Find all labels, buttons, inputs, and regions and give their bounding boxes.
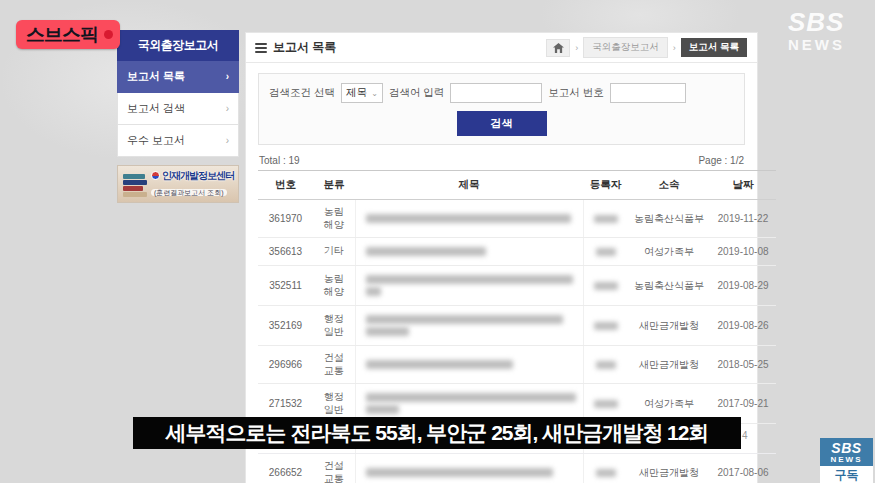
redacted-title-text [366, 214, 571, 223]
cell-date: 2019-08-29 [710, 266, 776, 306]
chevron-right-icon: › [226, 135, 229, 146]
cell-category: 건설교통 [313, 454, 355, 483]
redacted-registrant-text [594, 400, 618, 408]
subscribe-sbs-text: SBS [820, 441, 873, 455]
table-row[interactable]: 266652건설교통새만금개발청2017-08-06 [258, 454, 776, 483]
sidebar: 국외출장보고서 보고서 목록 › 보고서 검색 › 우수 보고서 › 인재개발정… [117, 30, 239, 203]
cell-org: 여성가족부 [628, 238, 710, 266]
keyword-input[interactable] [450, 83, 542, 103]
sidebar-title: 국외출장보고서 [117, 30, 239, 61]
total-count: Total : 19 [259, 155, 300, 166]
cell-org: 새만금개발청 [628, 454, 710, 483]
cell-registrant [583, 454, 628, 483]
sidebar-item-best-reports[interactable]: 우수 보고서 › [117, 125, 239, 157]
search-condition-label: 검색조건 선택 [269, 86, 335, 100]
chevron-down-icon: ⌄ [371, 89, 378, 98]
sbs-news-text: NEWS [788, 37, 845, 52]
redacted-title-text [366, 275, 573, 284]
sbs-logo-text: SBS [788, 9, 845, 35]
cell-category: 행정일반 [313, 306, 355, 346]
redacted-title-text [366, 315, 563, 324]
table-row[interactable]: 296966건설교통새만금개발청2018-05-25 [258, 346, 776, 384]
banner-title: 인재개발정보센터 [162, 170, 234, 181]
table-header-row: 번호 분류 제목 등록자 소속 날짜 [258, 171, 776, 200]
col-header-category: 분류 [313, 171, 355, 200]
cell-report-no: 352169 [258, 306, 313, 346]
keyword-label: 검색어 입력 [389, 86, 444, 100]
chevron-right-icon: › [226, 103, 229, 114]
cell-registrant [583, 346, 628, 384]
panel-header: 보고서 목록 › 국외출장보고서 › 보고서 목록 [246, 33, 757, 63]
cell-title [355, 306, 583, 346]
chevron-right-icon: › [673, 43, 676, 53]
cell-registrant [583, 200, 628, 238]
table-row[interactable]: 356613기타여성가족부2019-10-08 [258, 238, 776, 266]
subscribe-news-text: NEWS [820, 456, 873, 464]
report-no-input[interactable] [610, 83, 686, 103]
cell-date: 2018-05-25 [710, 346, 776, 384]
taegeuk-logo-icon [151, 171, 160, 180]
redacted-registrant-text [596, 248, 616, 256]
table-row[interactable]: 352169행정일반새만금개발청2019-08-26 [258, 306, 776, 346]
breadcrumb: › 국외출장보고서 › 보고서 목록 [546, 37, 747, 58]
chevron-right-icon: › [226, 71, 229, 82]
cell-date: 2019-11-22 [710, 200, 776, 238]
subscribe-label: 구독 [820, 466, 873, 483]
cell-category: 농림해양 [313, 266, 355, 306]
breadcrumb-item-current[interactable]: 보고서 목록 [681, 38, 747, 57]
cell-date: 2017-08-06 [710, 454, 776, 483]
sidebar-item-label: 보고서 목록 [127, 69, 185, 84]
cell-org: 새만금개발청 [628, 306, 710, 346]
col-header-registrant: 등록자 [583, 171, 628, 200]
cell-org: 새만금개발청 [628, 346, 710, 384]
redacted-title-text [366, 287, 381, 296]
sidebar-item-report-list[interactable]: 보고서 목록 › [117, 61, 239, 93]
cell-category: 농림해양 [313, 200, 355, 238]
hamburger-icon [255, 41, 267, 55]
redacted-registrant-text [596, 361, 616, 369]
caption-text: 세부적으로는 전라북도 55회, 부안군 25회, 새만금개발청 12회 [166, 419, 709, 447]
cell-date: 2019-08-26 [710, 306, 776, 346]
col-header-org: 소속 [628, 171, 710, 200]
search-condition-select[interactable]: 제목 ⌄ [341, 83, 383, 103]
sbs-news-logo: SBS NEWS [788, 9, 845, 52]
redacted-registrant-text [594, 215, 618, 223]
cell-category: 기타 [313, 238, 355, 266]
list-meta: Total : 19 Page : 1/2 [259, 155, 744, 166]
report-no-label: 보고서 번호 [548, 86, 603, 100]
banner-subtitle: (훈련결과보고서 조회) [151, 189, 227, 197]
cell-report-no: 361970 [258, 200, 313, 238]
cell-title [355, 266, 583, 306]
cell-registrant [583, 238, 628, 266]
caption-bar: 세부적으로는 전라북도 55회, 부안군 25회, 새만금개발청 12회 [133, 417, 741, 449]
redacted-title-text [366, 360, 513, 369]
cell-report-no: 266652 [258, 454, 313, 483]
search-form: 검색조건 선택 제목 ⌄ 검색어 입력 보고서 번호 검색 [258, 73, 745, 145]
search-button[interactable]: 검색 [457, 111, 547, 136]
cell-report-no: 352511 [258, 266, 313, 306]
col-header-title: 제목 [355, 171, 583, 200]
home-icon[interactable] [546, 39, 570, 57]
redacted-registrant-text [594, 282, 618, 290]
sbs-subscribe-badge[interactable]: SBS NEWS 구독 [820, 438, 873, 483]
table-row[interactable]: 352511농림해양농림축산식품부2019-08-29 [258, 266, 776, 306]
main-panel: 보고서 목록 › 국외출장보고서 › 보고서 목록 검색조건 선택 제목 ⌄ 검… [245, 32, 758, 483]
redacted-registrant-text [594, 322, 618, 330]
cell-title [355, 346, 583, 384]
breadcrumb-item[interactable]: 국외출장보고서 [583, 37, 668, 58]
pick-badge-label: 스브스픽 [26, 20, 98, 49]
cell-category: 건설교통 [313, 346, 355, 384]
table-row[interactable]: 361970농림해양농림축산식품부2019-11-22 [258, 200, 776, 238]
cell-registrant [583, 266, 628, 306]
col-header-date: 날짜 [710, 171, 776, 200]
cell-date: 2019-10-08 [710, 238, 776, 266]
hrd-info-center-banner[interactable]: 인재개발정보센터 (훈련결과보고서 조회) [117, 165, 239, 203]
covered-row-date-fragment: 4 [742, 430, 748, 441]
sbs-pick-badge: 스브스픽 [16, 20, 120, 49]
sidebar-item-report-search[interactable]: 보고서 검색 › [117, 93, 239, 125]
cell-title [355, 200, 583, 238]
video-frame: 스브스픽 SBS NEWS 국외출장보고서 보고서 목록 › 보고서 검색 › … [0, 0, 875, 483]
sidebar-item-label: 보고서 검색 [127, 101, 185, 116]
redacted-title-text [366, 327, 409, 336]
books-icon [122, 171, 148, 197]
